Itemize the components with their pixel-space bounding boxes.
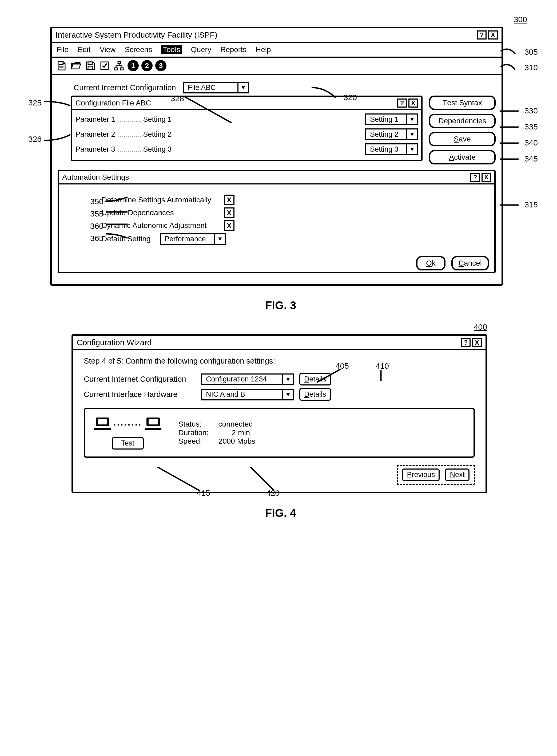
ann-345: 345	[524, 154, 538, 163]
chevron-down-icon: ▼	[406, 144, 417, 154]
chevron-down-icon: ▼	[406, 114, 417, 124]
wiz-hw-details-button[interactable]: Details	[299, 388, 331, 401]
param-row-3: Parameter 3 ............ Setting 3 Setti…	[76, 142, 418, 157]
cancel-button[interactable]: Cancel	[451, 256, 489, 271]
param-row-2: Parameter 2 ............ Setting 2 Setti…	[76, 127, 418, 142]
menu-help[interactable]: Help	[256, 46, 271, 54]
connection-stats: Status:connected Duration:2 min Speed:20…	[178, 420, 256, 446]
chevron-down-icon: ▼	[406, 130, 417, 139]
ann-355: 355	[90, 209, 104, 218]
figure3-caption: FIG. 3	[18, 299, 543, 312]
chevron-down-icon: ▼	[237, 83, 248, 92]
next-button[interactable]: Next	[445, 469, 469, 481]
computer-left-icon	[93, 416, 112, 434]
ok-button[interactable]: Ok	[416, 256, 445, 271]
previous-button[interactable]: Previous	[402, 469, 440, 481]
panel-close-icon[interactable]: X	[408, 99, 418, 108]
open-folder-icon[interactable]	[70, 60, 82, 72]
wizard-step-text: Step 4 of 5: Confirm the following confi…	[84, 357, 475, 365]
svg-rect-18	[149, 419, 158, 424]
automation-panel: Automation Settings ? X Determine Settin…	[58, 170, 496, 273]
wizard-help-icon[interactable]: ?	[461, 338, 471, 347]
auto-check-2[interactable]: X	[224, 207, 234, 218]
wiz-row-config: Current Internet Configuration Configura…	[84, 373, 475, 386]
wizard-titlebar: Configuration Wizard ? X	[73, 336, 486, 350]
wiz-config-label: Current Internet Configuration	[84, 375, 196, 384]
chevron-down-icon: ▼	[282, 390, 293, 399]
test-button[interactable]: Test	[112, 437, 144, 450]
auto-row-dynamic: Dynamic Autonomic Adjustment X	[101, 220, 486, 231]
wiz-hw-dropdown[interactable]: NIC A and B ▼	[201, 389, 294, 400]
current-config-label: Current Internet Configuration	[74, 83, 176, 92]
chevron-down-icon: ▼	[282, 374, 293, 384]
help-icon[interactable]: ?	[477, 30, 487, 39]
auto-row-determine: Determine Settings Automatically X	[101, 195, 486, 205]
hierarchy-icon[interactable]	[113, 60, 125, 72]
action-button-column: Test Syntax Dependencies Save Activate	[429, 80, 496, 164]
close-icon[interactable]: X	[488, 30, 498, 39]
svg-rect-0	[88, 62, 92, 64]
param-3-text: Parameter 3 ............ Setting 3	[76, 145, 361, 153]
figure4-caption: FIG. 4	[18, 507, 543, 520]
menu-query[interactable]: Query	[191, 46, 211, 54]
auto-label-3: Dynamic Autonomic Adjustment	[101, 221, 219, 230]
ann-360: 360	[90, 222, 104, 231]
circle-2-icon[interactable]: 2	[141, 60, 153, 71]
ispf-title: Interactive System Productivity Facility…	[56, 30, 217, 39]
current-config-value: File ABC	[184, 83, 237, 92]
menu-tools[interactable]: Tools	[161, 46, 182, 54]
circle-1-icon[interactable]: 1	[127, 60, 139, 71]
menu-file[interactable]: File	[57, 46, 68, 54]
auto-check-1[interactable]: X	[224, 195, 234, 205]
ann-330: 330	[524, 106, 538, 115]
menu-view[interactable]: View	[99, 46, 116, 54]
save-disk-icon[interactable]	[84, 60, 96, 72]
param-2-text: Parameter 2 ............ Setting 2	[76, 130, 361, 139]
automation-body: Determine Settings Automatically X Updat…	[59, 185, 494, 252]
ann-320: 320	[344, 93, 357, 102]
param-2-dropdown[interactable]: Setting 2 ▼	[365, 129, 418, 140]
ann-340: 340	[524, 138, 538, 147]
current-config-dropdown[interactable]: File ABC ▼	[183, 82, 249, 93]
ann-310: 310	[524, 63, 538, 72]
ispf-content: Current Internet Configuration File ABC …	[52, 75, 501, 284]
wiz-config-dropdown[interactable]: Configuration 1234 ▼	[201, 373, 294, 385]
wizard-window: Configuration Wizard ? X Step 4 of 5: Co…	[71, 334, 487, 493]
wiz-hw-label: Current Interface Hardware	[84, 390, 196, 399]
automation-help-icon[interactable]: ?	[470, 173, 480, 182]
figure4-refnum: 400	[18, 323, 487, 332]
param-1-dropdown[interactable]: Setting 1 ▼	[365, 113, 418, 125]
panel-help-icon[interactable]: ?	[397, 99, 407, 108]
circle-3-icon[interactable]: 3	[155, 60, 167, 71]
dependencies-button[interactable]: Dependencies	[429, 114, 496, 128]
param-list: Parameter 1 ............ Setting 1 Setti…	[72, 110, 421, 160]
wiz-row-hardware: Current Interface Hardware NIC A and B ▼…	[84, 388, 475, 401]
wizard-title: Configuration Wizard	[77, 338, 151, 347]
wiz-config-details-button[interactable]: Details	[299, 373, 331, 386]
wizard-close-icon[interactable]: X	[472, 338, 482, 347]
svg-rect-3	[118, 61, 121, 63]
auto-row-default: Default Setting Performance ▼	[101, 233, 486, 245]
menu-edit[interactable]: Edit	[78, 46, 90, 54]
duration-value: 2 min	[218, 428, 250, 437]
menu-reports[interactable]: Reports	[221, 46, 246, 54]
config-file-panel: Configuration File ABC ? X Parameter 1 .…	[71, 95, 422, 161]
menubar: File Edit View Screens Tools Query Repor…	[52, 43, 501, 58]
ann-335: 335	[524, 122, 538, 131]
default-setting-dropdown[interactable]: Performance ▼	[160, 233, 226, 245]
auto-check-3[interactable]: X	[224, 220, 234, 231]
status-label: Status:	[178, 420, 216, 428]
figure3-wrap: Interactive System Productivity Facility…	[18, 27, 543, 286]
duration-label: Duration:	[178, 428, 216, 437]
checkbox-icon[interactable]	[99, 60, 111, 72]
automation-title: Automation Settings	[62, 173, 129, 181]
save-button[interactable]: Save	[429, 132, 496, 146]
param-3-dropdown[interactable]: Setting 3 ▼	[365, 143, 418, 155]
ann-328: 328	[171, 94, 184, 103]
menu-screens[interactable]: Screens	[125, 46, 152, 54]
new-doc-icon[interactable]	[56, 60, 67, 72]
test-syntax-button[interactable]: Test Syntax	[429, 95, 496, 110]
ann-305: 305	[524, 48, 538, 57]
activate-button[interactable]: Activate	[429, 150, 496, 164]
automation-close-icon[interactable]: X	[481, 173, 491, 182]
